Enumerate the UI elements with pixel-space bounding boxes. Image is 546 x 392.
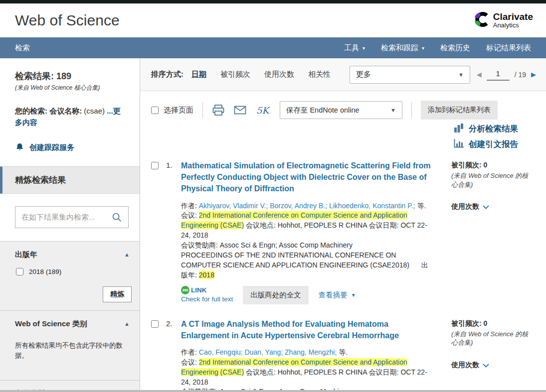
nav-tools[interactable]: 工具 ▾ [344,43,365,53]
sort-more-dropdown[interactable]: 更多 ▼ [350,66,470,84]
nav-marked-list[interactable]: 标记结果列表 [486,43,531,53]
usage-count-toggle[interactable]: 使用次数 [451,202,537,211]
sort-by-times-cited[interactable]: 被引频次 [220,70,250,79]
chevron-down-icon [483,361,489,369]
author-links[interactable]: Cao, Fengqiu; Duan, Yang; Zhang, Mengzhi… [199,348,337,356]
refine-button[interactable]: 精炼 [103,286,132,302]
filter-pub-year-option[interactable]: 2018 (189) [16,268,130,275]
view-abstract-label: 查看摘要 [319,290,348,300]
caret-down-icon: ▾ [363,45,365,51]
conference-label: 会议: [181,358,197,366]
sidebar-summary: 检索结果: 189 (来自 Web of Science 核心合集) 您的检索:… [0,58,140,166]
filter-wos-category-header: Web of Science 类别 ▲ [15,319,130,329]
collapse-icon[interactable]: ▲ [124,321,130,327]
360-badge-icon: 360 [181,286,189,294]
refine-results-title: 精炼检索结果 [0,166,140,194]
location-label: 会议地点: [246,221,276,229]
collapse-icon[interactable]: ▲ [124,252,130,258]
result-body: A CT Image Analysis Method for Evaluatin… [181,318,434,390]
clarivate-logo: Clarivate Analytics [474,12,533,29]
add-to-marked-list-button[interactable]: 添加到标记结果列表 [421,101,498,120]
citation-report-link[interactable]: 创建引文报告 [454,139,518,150]
filter-doc-type: 文献类型 ▲ PROCEEDINGS PAPER (189) [0,381,140,390]
pubyear-value-highlighted: 2018 [199,271,214,279]
result-body: Mathematical Simulation of Electromagnet… [181,160,434,304]
nav-search-alerts-label: 检索和跟踪 [381,43,418,53]
brand-name: Clarivate [493,12,533,22]
refine-search-input[interactable] [15,213,105,221]
bell-icon [15,142,24,153]
horizontal-scrollbar[interactable] [0,390,546,392]
prev-page-icon[interactable]: ◀ [477,71,482,78]
caret-down-icon: ▼ [351,292,356,298]
main-panel: 排序方式: 日期 被引频次 使用次数 相关性 更多 ▼ ◀ / 19 ▶ 选择页… [140,58,546,390]
create-alert-link[interactable]: 创建跟踪服务 [15,142,131,153]
location-value: Hohhot, PEOPLES R CHINA [278,368,367,376]
print-icon[interactable] [212,104,225,116]
fulltext-publisher-button[interactable]: 出版商处的全文 [243,286,309,304]
check-full-text-link[interactable]: Check for full text [181,295,233,303]
link-360[interactable]: 360 LINK Check for full text [181,286,233,303]
page-number-input[interactable] [487,68,510,81]
citation-report-icon [454,139,464,150]
email-icon[interactable] [234,106,246,115]
nav-tools-label: 工具 [344,43,359,53]
result-title-link[interactable]: A CT Image Analysis Method for Evaluatin… [181,318,434,341]
result-checkbox[interactable] [151,162,159,169]
select-page[interactable]: 选择页面 [151,106,193,115]
sort-by-usage[interactable]: 使用次数 [264,70,294,79]
results-label: 检索结果: [15,71,54,81]
select-page-label: 选择页面 [164,106,193,115]
authors-line: 作者: Akhiyarov, Vladimir V.; Borzov, Andr… [181,201,434,211]
result-item: 1. Mathematical Simulation of Electromag… [140,154,546,312]
sort-by-date[interactable]: 日期 [191,70,206,79]
sort-bar: 排序方式: 日期 被引频次 使用次数 相关性 更多 ▼ ◀ / 19 ▶ [140,58,546,91]
caret-down-icon: ▼ [458,72,464,78]
select-page-checkbox[interactable] [151,107,159,114]
nav-search-alerts[interactable]: 检索和跟踪 ▾ [381,43,424,53]
pub-year-2018-checkbox[interactable] [16,268,23,275]
result-title-link[interactable]: Mathematical Simulation of Electromagnet… [181,160,434,195]
results-list: 1. Mathematical Simulation of Electromag… [140,150,546,390]
results-toolbar: 选择页面 5K 保存至 EndNote online ▼ [140,91,546,120]
sort-label: 排序方式: [151,70,183,79]
next-page-icon[interactable]: ▶ [531,71,536,78]
save-to-endnote-label: 保存至 EndNote online [286,106,360,115]
export-5k-button[interactable]: 5K [256,105,269,116]
analyze-results-link[interactable]: 分析检索结果 [454,124,518,134]
result-citation-info: 被引频次: 0 (来自 Web of Science 的核心合集) 使用次数 [451,160,537,211]
sort-by-relevance[interactable]: 相关性 [308,70,331,79]
save-to-endnote-dropdown[interactable]: 保存至 EndNote online ▼ [280,101,402,119]
top-strip [0,0,546,3]
result-checkbox[interactable] [151,320,159,328]
authors-label: 作者: [181,348,197,356]
refine-search-box [15,206,129,228]
nav-search[interactable]: 检索 [15,43,30,53]
view-abstract-link[interactable]: 查看摘要 ▼ [319,286,356,300]
times-cited-count: 0 [484,319,488,327]
usage-count-toggle[interactable]: 使用次数 [451,361,537,370]
conference-line: 会议: 2nd International Conference on Comp… [181,358,434,388]
location-value: Hohhot, PEOPLES R CHINA [278,221,367,229]
etal-label: 等. [417,202,426,210]
main-nav: 检索 工具 ▾ 检索和跟踪 ▾ 检索历史 标记结果列表 [0,37,546,58]
header: Web of Science Clarivate Analytics [0,3,546,37]
sponsor-value: Assoc Sci & Engn; Assoc Comp Machinery [220,241,353,249]
usage-count-label: 使用次数 [451,361,479,370]
chevron-down-icon [483,203,489,211]
your-search-field: 会议名称: [49,107,82,115]
refine-filters: 出版年 ▲ 2018 (189) 精炼 Web of Science 类别 ▲ … [0,241,140,391]
nav-history[interactable]: 检索历史 [440,43,470,53]
author-links[interactable]: Akhiyarov, Vladimir V.; Borzov, Andrey B… [199,202,415,210]
refine-button-row: 精炼 [0,283,140,311]
analyze-links: 分析检索结果 创建引文报告 [140,120,546,150]
result-meta: 作者: Cao, Fengqiu; Duan, Yang; Zhang, Men… [181,348,434,390]
create-alert-label: 创建跟踪服务 [29,143,74,152]
proceedings-line: PROCEEDINGS OF THE 2ND INTERNATIONAL CON… [181,251,434,280]
times-cited-label: 被引频次: [451,319,482,327]
search-icon[interactable] [105,212,128,223]
brand-subtitle: Analytics [493,22,533,29]
app-title: Web of Science [15,12,120,29]
page-total: / 19 [515,71,526,79]
times-cited-count: 0 [484,161,488,169]
